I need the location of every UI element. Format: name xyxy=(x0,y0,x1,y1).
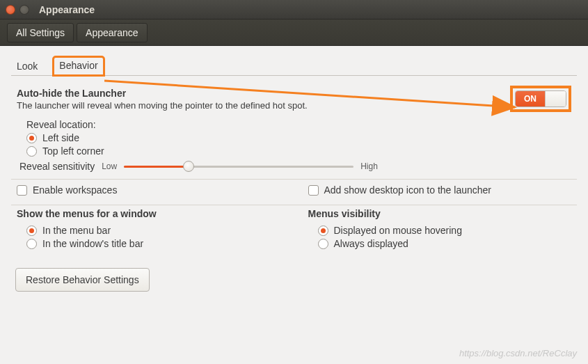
breadcrumb-all-settings[interactable]: All Settings xyxy=(7,23,74,42)
radio-in-menu-bar[interactable] xyxy=(26,225,37,236)
radio-top-left[interactable] xyxy=(26,146,37,157)
section-workspaces: Enable workspaces Add show desktop icon … xyxy=(11,180,577,205)
autohide-switch[interactable]: ON xyxy=(515,90,566,107)
autohide-switch-highlight: ON xyxy=(510,86,571,112)
minimize-icon[interactable] xyxy=(19,5,29,15)
tab-behavior[interactable]: Behavior xyxy=(53,56,104,76)
section-menus: Show the menus for a window In the menu … xyxy=(11,205,577,258)
section-autohide: Auto-hide the Launcher The launcher will… xyxy=(11,83,577,180)
autohide-heading: Auto-hide the Launcher xyxy=(17,88,308,99)
sensitivity-slider[interactable] xyxy=(124,161,353,172)
restore-behavior-button[interactable]: Restore Behavior Settings xyxy=(15,268,150,292)
enable-workspaces-label: Enable workspaces xyxy=(33,184,117,196)
switch-on-label: ON xyxy=(516,91,545,106)
radio-in-menu-bar-label: In the menu bar xyxy=(42,225,111,236)
radio-in-title-bar-label: In the window's title bar xyxy=(42,238,143,249)
radio-always-displayed[interactable] xyxy=(318,239,328,249)
window-titlebar: Appearance xyxy=(0,0,588,19)
reveal-location-label: Reveal location: xyxy=(26,119,571,130)
checkbox-enable-workspaces[interactable] xyxy=(17,185,27,196)
radio-left-side-label: Left side xyxy=(42,132,79,143)
show-menus-heading: Show the menus for a window xyxy=(17,208,280,219)
tab-look[interactable]: Look xyxy=(11,58,43,76)
sensitivity-high: High xyxy=(360,161,378,171)
tab-bar: Look Behavior xyxy=(11,56,577,76)
content-area: Look Behavior Auto-hide the Launcher The… xyxy=(0,46,588,304)
checkbox-add-desktop-icon[interactable] xyxy=(308,185,319,196)
breadcrumb-current[interactable]: Appearance xyxy=(77,23,148,42)
switch-knob xyxy=(545,91,566,106)
radio-in-title-bar[interactable] xyxy=(26,239,37,249)
radio-top-left-label: Top left corner xyxy=(42,145,104,157)
radio-on-hover[interactable] xyxy=(318,225,328,236)
watermark: https://blog.csdn.net/ReCclay xyxy=(459,348,577,358)
menus-visibility-heading: Menus visibility xyxy=(308,208,572,219)
slider-thumb-icon xyxy=(183,161,194,172)
radio-always-displayed-label: Always displayed xyxy=(334,238,408,249)
window-title: Appearance xyxy=(39,4,95,15)
radio-left-side[interactable] xyxy=(26,133,37,143)
add-desktop-icon-label: Add show desktop icon to the launcher xyxy=(324,184,492,196)
sensitivity-label: Reveal sensitivity xyxy=(19,161,95,172)
close-icon[interactable] xyxy=(6,5,15,15)
breadcrumb: All Settings Appearance xyxy=(0,19,588,46)
radio-on-hover-label: Displayed on mouse hovering xyxy=(334,225,462,236)
autohide-description: The launcher will reveal when moving the… xyxy=(17,100,308,111)
sensitivity-low: Low xyxy=(102,161,117,171)
